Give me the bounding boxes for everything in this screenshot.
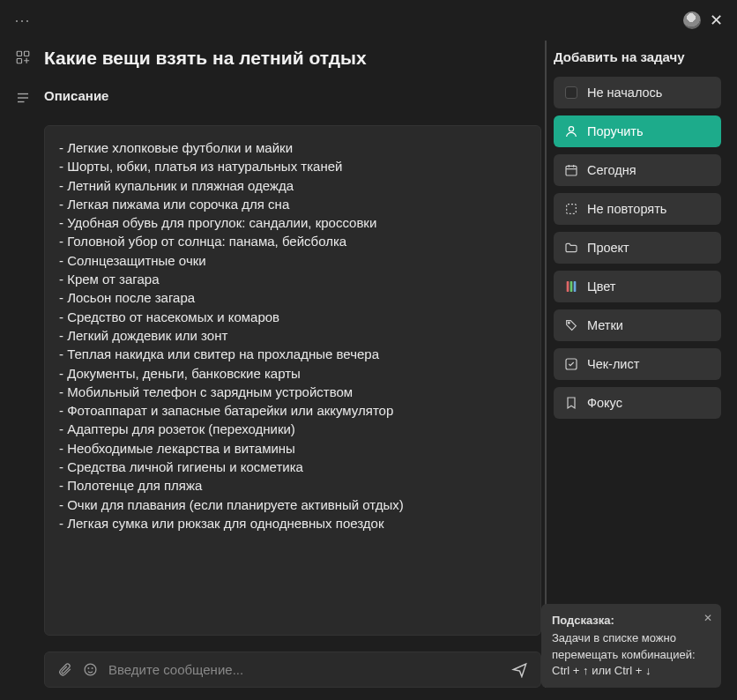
description-line: - Крем от загара bbox=[59, 270, 526, 288]
svg-point-6 bbox=[85, 664, 96, 675]
checklist-icon bbox=[564, 357, 578, 371]
description-line: - Средство от насекомых и комаров bbox=[59, 308, 526, 326]
tooltip-title: Подсказка: bbox=[552, 613, 711, 629]
description-line: - Легкие хлопковые футболки и майки bbox=[59, 138, 526, 157]
emoji-icon[interactable] bbox=[83, 662, 98, 677]
svg-rect-1 bbox=[25, 51, 29, 56]
hint-tooltip: ✕ Подсказка: Задачи в списке можно перем… bbox=[541, 604, 721, 688]
svg-rect-15 bbox=[567, 281, 570, 292]
page-title[interactable]: Какие вещи взять на летний отдых bbox=[44, 48, 367, 69]
attach-icon[interactable] bbox=[57, 662, 72, 677]
description-line: - Лосьон после загара bbox=[59, 288, 526, 307]
calendar-icon bbox=[564, 163, 578, 177]
message-composer bbox=[44, 652, 541, 688]
svg-rect-16 bbox=[570, 281, 573, 292]
sidebar-button-label: Проект bbox=[587, 241, 629, 255]
svg-rect-10 bbox=[566, 166, 577, 175]
message-input[interactable] bbox=[108, 662, 501, 677]
description-icon bbox=[14, 88, 32, 106]
sidebar-button-label: Поручить bbox=[587, 124, 644, 138]
tag-icon bbox=[564, 318, 578, 332]
description-line: - Адаптеры для розеток (переходники) bbox=[59, 420, 526, 438]
tooltip-body: Задачи в списке можно перемещать комбина… bbox=[552, 630, 711, 679]
svg-point-18 bbox=[568, 322, 570, 324]
description-line: - Солнцезащитные очки bbox=[59, 251, 526, 270]
description-line: - Полотенце для пляжа bbox=[59, 476, 526, 495]
svg-rect-14 bbox=[567, 205, 577, 214]
sidebar-button-label: Сегодня bbox=[587, 163, 636, 177]
sidebar-button-label: Цвет bbox=[587, 279, 616, 294]
description-line: - Легкая сумка или рюкзак для однодневны… bbox=[59, 514, 526, 532]
description-line: - Легкая пижама или сорочка для сна bbox=[59, 195, 526, 213]
description-line: - Шорты, юбки, платья из натуральных тка… bbox=[59, 157, 526, 175]
svg-point-9 bbox=[569, 127, 573, 131]
svg-point-7 bbox=[88, 668, 89, 669]
avatar[interactable] bbox=[683, 11, 701, 29]
description-line: - Летний купальник и пляжная одежда bbox=[59, 176, 526, 195]
sidebar-button-user[interactable]: Поручить bbox=[554, 115, 721, 147]
close-button[interactable]: ✕ bbox=[710, 11, 723, 30]
svg-rect-0 bbox=[17, 51, 21, 56]
sidebar-button-status[interactable]: Не началось bbox=[554, 77, 721, 108]
description-line: - Удобная обувь для прогулок: сандалии, … bbox=[59, 213, 526, 232]
description-line: - Мобильный телефон с зарядным устройств… bbox=[59, 383, 526, 401]
sidebar-button-label: Не началось bbox=[587, 86, 662, 100]
sidebar-button-repeat[interactable]: Не повторять bbox=[554, 193, 721, 225]
sidebar-button-label: Метки bbox=[587, 318, 623, 332]
sidebar-button-folder[interactable]: Проект bbox=[554, 232, 721, 264]
description-line: - Средства личной гигиены и косметика bbox=[59, 458, 526, 476]
repeat-icon bbox=[564, 202, 578, 216]
bookmark-icon bbox=[564, 396, 578, 410]
svg-point-8 bbox=[92, 668, 93, 669]
description-line: - Теплая накидка или свитер на прохладны… bbox=[59, 345, 526, 363]
description-textarea[interactable]: - Легкие хлопковые футболки и майки- Шор… bbox=[44, 125, 541, 636]
sidebar-button-label: Чек-лист bbox=[587, 357, 639, 371]
sidebar-button-color[interactable]: Цвет bbox=[554, 271, 721, 302]
sidebar-button-calendar[interactable]: Сегодня bbox=[554, 154, 721, 186]
svg-rect-2 bbox=[17, 59, 21, 63]
description-line: - Фотоаппарат и запасные батарейки или а… bbox=[59, 401, 526, 420]
status-icon bbox=[564, 86, 578, 100]
sidebar-button-bookmark[interactable]: Фокус bbox=[554, 387, 721, 419]
description-line: - Документы, деньги, банковские карты bbox=[59, 364, 526, 383]
description-line: - Необходимые лекарства и витамины bbox=[59, 439, 526, 458]
send-button[interactable] bbox=[511, 661, 528, 678]
description-line: - Легкий дождевик или зонт bbox=[59, 326, 526, 345]
more-menu-icon[interactable]: ⋯ bbox=[14, 11, 30, 30]
color-icon bbox=[564, 279, 578, 294]
description-line: - Очки для плавания (если планируете акт… bbox=[59, 495, 526, 514]
task-icon bbox=[14, 48, 32, 65]
description-line: - Головной убор от солнца: панама, бейсб… bbox=[59, 232, 526, 250]
folder-icon bbox=[564, 241, 578, 255]
user-icon bbox=[564, 124, 578, 138]
window-topbar: ⋯ ✕ bbox=[0, 0, 737, 41]
sidebar-button-tag[interactable]: Метки bbox=[554, 309, 721, 341]
sidebar-button-label: Не повторять bbox=[587, 202, 666, 216]
sidebar-button-checklist[interactable]: Чек-лист bbox=[554, 348, 721, 380]
tooltip-close-button[interactable]: ✕ bbox=[704, 611, 712, 626]
sidebar-title: Добавить на задачу bbox=[554, 49, 721, 64]
sidebar-button-label: Фокус bbox=[587, 396, 622, 410]
description-label: Описание bbox=[44, 88, 108, 103]
svg-rect-17 bbox=[574, 281, 577, 292]
